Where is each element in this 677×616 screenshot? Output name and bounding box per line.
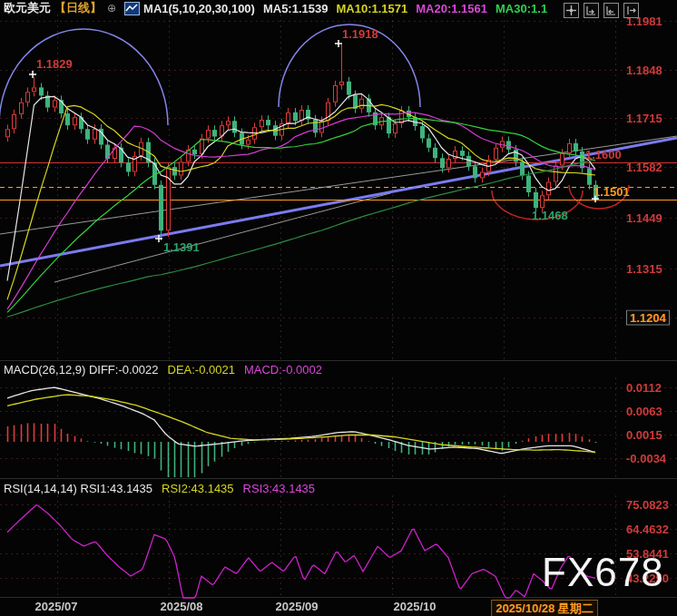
macd-dea-value: DEA:-0.0021: [168, 363, 235, 376]
price-annotation: 1.1600: [585, 148, 622, 161]
ma10-value: MA10:1.1571: [336, 2, 407, 15]
price-annotation: 1.1391: [163, 240, 200, 254]
symbol-name: 欧元美元: [4, 0, 51, 16]
macd-diff-value: MACD(26,12,9) DIFF:-0.0022: [4, 363, 159, 376]
price-axis-tick: 1.1315: [626, 262, 662, 276]
price-axis-tick: 1.1715: [626, 112, 662, 125]
time-axis-label: 2025/07: [35, 600, 78, 613]
zoom-in-x-icon[interactable]: [584, 3, 599, 18]
price-annotation: 1.1829: [36, 57, 73, 71]
trading-chart-app: 欧元美元 【日线】 ⊕ MA1(5,10,20,30,100) MA5:1.15…: [0, 0, 677, 616]
expand-icon[interactable]: ⊕: [107, 2, 116, 15]
time-axis-label: 2025/09: [276, 600, 319, 613]
candlestick-chart-icon[interactable]: [124, 2, 140, 15]
ma5-value: MA5:1.1539: [263, 2, 329, 15]
rsi3-value: RSI3:43.1435: [243, 482, 316, 495]
rsi2-value: RSI2:43.1435: [162, 482, 234, 495]
price-annotation: 1.1918: [342, 27, 378, 41]
pan-move-icon[interactable]: [564, 3, 579, 18]
macd-header: MACD(26,12,9) DIFF:-0.0022 DEA:-0.0021 M…: [4, 363, 322, 376]
price-annotation: 1.1501: [594, 185, 630, 199]
rsi-axis-tick: 75.0823: [626, 498, 669, 512]
go-to-latest-icon[interactable]: [623, 3, 639, 18]
ma-settings-label: MA1(5,10,20,30,100): [143, 2, 255, 15]
selected-date-label: 2025/10/28 星期二: [491, 600, 598, 616]
macd-axis-tick: 0.0063: [626, 405, 662, 418]
ma30-value: MA30:1.1: [495, 2, 547, 15]
rsi-header: RSI(14,14,14) RSI1:43.1435 RSI2:43.1435 …: [4, 482, 315, 495]
macd-axis-tick: 0.0015: [626, 428, 662, 442]
macd-bar-value: MACD:-0.0002: [244, 363, 322, 376]
rsi1-value: RSI(14,14,14) RSI1:43.1435: [4, 482, 152, 495]
chart-header: 欧元美元 【日线】 ⊕ MA1(5,10,20,30,100) MA5:1.15…: [4, 1, 547, 15]
price-axis-tick: 1.1449: [626, 211, 662, 225]
ma20-value: MA20:1.1561: [416, 2, 487, 15]
zoom-out-x-icon[interactable]: [603, 3, 619, 18]
price-axis-tick: 1.1582: [626, 161, 662, 174]
price-axis-tick: 1.1848: [626, 64, 662, 77]
rsi-axis-tick: 64.4632: [626, 523, 669, 536]
macd-axis-tick: 0.0112: [626, 381, 662, 395]
price-annotation: 1.1468: [532, 209, 568, 222]
time-axis-label: 2025/10: [394, 600, 437, 613]
chart-toolbar: [564, 3, 639, 18]
macd-axis-tick: -0.0034: [626, 452, 666, 465]
time-axis[interactable]: 2025/072025/082025/092025/102025/10/28 星…: [0, 598, 677, 616]
fx678-watermark: FX678: [542, 550, 664, 595]
timeframe-label[interactable]: 【日线】: [54, 0, 102, 16]
price-axis-tick: 1.1204: [626, 310, 670, 326]
price-chart-canvas[interactable]: [0, 0, 677, 616]
time-axis-label: 2025/08: [161, 600, 203, 613]
